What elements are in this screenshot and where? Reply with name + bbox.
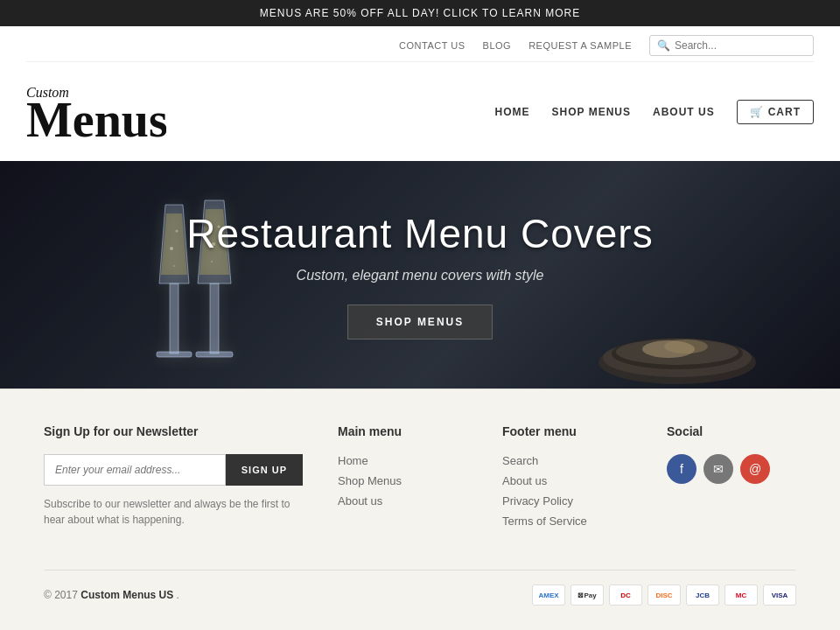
cart-icon: 🛒 [750,106,764,118]
hero-subtitle: Custom, elegant menu covers with style [186,268,653,284]
main-nav: HOME SHOP MENUS ABOUT US 🛒 CART [495,100,814,124]
header: CONTACT US BLOG REQUEST A SAMPLE 🔍 Custo… [0,26,840,161]
footer-grid: Sign Up for our Newsletter SIGN UP Subsc… [44,424,796,535]
payment-visa: VISA [763,584,796,606]
hero-cta-button[interactable]: SHOP MENUS [347,304,493,340]
logo[interactable]: Custom Menus [26,71,166,152]
newsletter-email-input[interactable] [44,454,226,486]
hero-title: Restaurant Menu Covers [186,210,653,257]
footer-link-home[interactable]: Home [338,454,467,467]
footer-footer-menu-heading: Footer menu [502,424,632,438]
search-icon: 🔍 [657,39,670,52]
svg-rect-3 [170,284,178,354]
nav-home[interactable]: HOME [495,106,530,118]
payment-discover: DISC [648,584,681,606]
payment-apple-pay: ⊠Pay [570,584,604,606]
footer-link-about-us[interactable]: About us [338,494,467,508]
announcement-bar[interactable]: MENUS ARE 50% OFF ALL DAY! CLICK TO LEAR… [0,0,840,26]
request-sample-link[interactable]: REQUEST A SAMPLE [528,40,632,51]
svg-point-21 [664,340,708,354]
footer-link-terms[interactable]: Terms of Service [502,514,632,528]
payment-icons-container: AMEX ⊠Pay DC DISC JCB MC VISA [532,584,796,606]
nav-shop-menus[interactable]: SHOP MENUS [552,106,631,118]
search-box[interactable]: 🔍 [649,35,814,56]
facebook-icon[interactable]: f [667,454,696,484]
payment-mastercard: MC [724,584,758,606]
payment-amex: AMEX [532,584,565,606]
header-main: Custom Menus HOME SHOP MENUS ABOUT US 🛒 … [26,62,814,161]
brand-name-link[interactable]: Custom Menus US [80,589,173,601]
contact-us-link[interactable]: CONTACT US [399,40,466,51]
footer-link-search[interactable]: Search [502,454,632,467]
search-input[interactable] [675,39,806,52]
header-top-nav: CONTACT US BLOG REQUEST A SAMPLE 🔍 [26,26,814,62]
footer-social: Social f ✉ @ [667,424,796,535]
facebook-symbol: f [680,462,683,476]
newsletter-signup-button[interactable]: SIGN UP [226,454,303,486]
footer-social-heading: Social [667,424,796,438]
payment-jcb: JCB [686,584,719,606]
hero-content: Restaurant Menu Covers Custom, elegant m… [186,210,653,340]
newsletter-description: Subscribe to our newsletter and always b… [44,496,303,528]
footer-link-privacy[interactable]: Privacy Policy [502,494,632,508]
footer-main-menu-heading: Main menu [338,424,467,438]
cart-label: CART [768,106,801,118]
footer-main-menu: Main menu Home Shop Menus About us [338,424,467,535]
footer-link-about[interactable]: About us [502,474,632,487]
email-symbol: @ [749,462,761,476]
copyright-dot: . [177,589,179,601]
announcement-text: MENUS ARE 50% OFF ALL DAY! CLICK TO LEAR… [260,7,580,19]
newsletter-section: Sign Up for our Newsletter SIGN UP Subsc… [44,424,303,535]
newsletter-heading: Sign Up for our Newsletter [44,424,303,438]
mail-icon[interactable]: ✉ [704,454,733,484]
social-icons-container: f ✉ @ [667,454,796,484]
footer-copyright: © 2017 Custom Menus US . [44,589,179,601]
footer-bottom: © 2017 Custom Menus US . AMEX ⊠Pay DC DI… [44,570,796,606]
mail-symbol: ✉ [713,462,724,476]
payment-diners: DC [609,584,642,606]
svg-text:Menus: Menus [26,93,166,147]
blog-link[interactable]: BLOG [483,40,512,51]
footer-footer-menu: Footer menu Search About us Privacy Poli… [502,424,632,535]
logo-svg: Custom Menus [26,71,166,150]
copyright-year: © 2017 [44,589,78,601]
footer: Sign Up for our Newsletter SIGN UP Subsc… [0,388,840,623]
svg-rect-4 [157,352,192,357]
newsletter-form: SIGN UP [44,454,303,486]
cart-button[interactable]: 🛒 CART [737,100,814,124]
hero-section: Restaurant Menu Covers Custom, elegant m… [0,161,840,388]
email-icon[interactable]: @ [740,454,770,484]
footer-link-shop-menus[interactable]: Shop Menus [338,474,467,487]
nav-about-us[interactable]: ABOUT US [653,106,715,118]
svg-rect-11 [196,352,233,357]
